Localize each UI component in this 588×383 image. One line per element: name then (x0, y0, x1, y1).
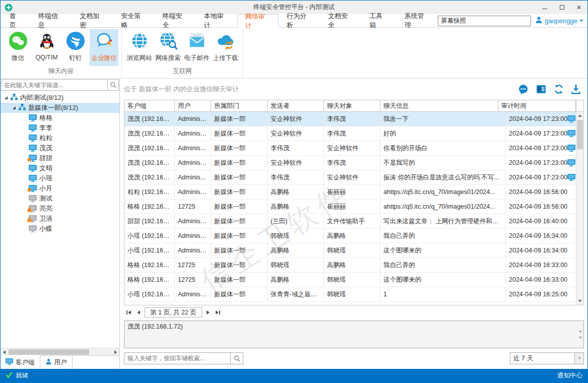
scroll-down-icon[interactable] (576, 297, 583, 305)
tab-clients[interactable]: 客户端 (1, 355, 40, 369)
tab-doc-security[interactable]: 文档安全 (320, 14, 361, 27)
col-message[interactable]: 聊天信息 (380, 100, 498, 111)
tree-item-client[interactable]: 亮亮 (1, 204, 119, 214)
tree-item-client[interactable]: 格格 (1, 113, 119, 123)
tree-item-client[interactable]: 测试 (1, 194, 119, 204)
table-vertical-scrollbar[interactable] (576, 112, 583, 305)
detail-panel: 茂茂 (192.168.1.72) (124, 321, 584, 348)
tab-local-audit[interactable]: 本地审计 (196, 14, 237, 27)
tab-home[interactable]: 首页 (2, 14, 30, 27)
table-row[interactable]: 茂茂 (192.168.1...Administra...新媒体一部安企神软件李… (124, 112, 583, 126)
table-row[interactable]: 格格 (192.168.1...12725新媒体一部韩晓瑶高鹏格我自己弄的202… (124, 258, 583, 273)
date-range-select[interactable]: 近 7 天 (510, 352, 584, 364)
list-panel-icon[interactable] (536, 84, 546, 94)
tree-item-client[interactable]: 小蝶 (1, 224, 119, 234)
tree-item-client[interactable]: 小月 (1, 183, 119, 194)
email-button[interactable]: 电子邮件 (182, 29, 211, 66)
table-row[interactable]: 茂茂 (192.168.1...Administra...新媒体一部安企神软件李… (124, 156, 583, 170)
col-dept[interactable]: 所属部门 (211, 100, 268, 111)
screen-record-icon[interactable] (567, 115, 575, 122)
scroll-down-icon[interactable] (579, 339, 582, 346)
table-row[interactable]: 甜甜 (192.168.1...Administra...新媒体一部 (兰田)文… (124, 214, 583, 229)
first-page-button[interactable] (124, 308, 134, 317)
col-user[interactable]: 用户 (175, 100, 211, 111)
scroll-left-icon[interactable] (1, 348, 8, 356)
table-row[interactable]: 小瑶 (192.168.1...Administra...新媒体一部韩晓瑶高鹏格… (124, 229, 583, 243)
keyword-search-input[interactable] (124, 352, 231, 364)
window-title: 终端安全管控平台 - 内部测试 (1, 3, 587, 12)
cell-target: 李伟茂 (324, 126, 380, 141)
tab-terminal-security[interactable]: 终端安全 (154, 14, 195, 27)
wecom-button[interactable]: 企业微信 (90, 29, 118, 66)
tree-filter-input[interactable] (1, 79, 107, 91)
user-menu[interactable]: gaopengge (535, 16, 583, 26)
last-page-button[interactable] (213, 308, 223, 317)
next-page-button[interactable] (204, 308, 213, 317)
scrollbar-thumb[interactable] (9, 349, 89, 355)
table-row[interactable]: 茂茂 (192.168.1...Administra...新媒体一部李伟茂安企神… (124, 141, 583, 156)
scroll-up-icon[interactable] (579, 323, 582, 330)
tree-item-client[interactable]: 茂茂 (1, 143, 119, 153)
cell-time: 2024-04-09 17:23:00 (506, 141, 583, 155)
tree-item-dept[interactable]: 新媒体一部(8/12) (1, 103, 119, 113)
ribbon-button-label: 浏览网站 (127, 54, 152, 62)
table-row[interactable]: 小瑶 (192.168.1...Administra...新媒体一部张青青-域之… (124, 287, 583, 302)
browse-web-button[interactable]: 浏览网站 (125, 29, 154, 66)
tab-doc-encrypt[interactable]: 文档加密 (72, 14, 113, 27)
tab-toolbox[interactable]: 工具箱 (361, 14, 397, 27)
tree-item-root[interactable]: 内部测试(8/12) (1, 93, 119, 103)
tree-item-client[interactable]: 小瑶 (1, 173, 119, 183)
qq-tim-button[interactable]: QQ/TIM (32, 29, 61, 66)
expand-arrow-icon[interactable] (12, 106, 16, 110)
sidebar-horizontal-scrollbar[interactable] (1, 348, 119, 355)
upload-download-button[interactable]: 上传下载 (211, 29, 240, 66)
keyword-search-button[interactable] (231, 352, 243, 364)
tab-users[interactable]: 用户 (40, 356, 73, 369)
close-button[interactable]: ✕ (570, 1, 587, 14)
dingtalk-button[interactable]: 钉钉 (61, 29, 90, 66)
tab-security-policy[interactable]: 安全策略 (113, 14, 154, 27)
screen-record-icon[interactable] (567, 174, 575, 181)
tab-system-manage[interactable]: 系统管理 (397, 14, 438, 27)
client-name: 小月 (39, 184, 52, 193)
tree-item-client[interactable]: 甜甜 (1, 153, 119, 163)
col-target[interactable]: 聊天对象 (324, 100, 380, 111)
web-search-button[interactable]: 网络搜索 (154, 29, 182, 66)
scroll-right-icon[interactable] (112, 348, 119, 356)
col-time[interactable]: 审计时间 (498, 100, 576, 111)
scrollbar-thumb[interactable] (577, 120, 583, 149)
col-client[interactable]: 客户端 (124, 100, 175, 111)
expand-arrow-icon[interactable] (4, 96, 8, 100)
download-icon[interactable] (571, 84, 580, 94)
table-row[interactable]: 格格 (192.168.1...12725新媒体一部高鹏格崔丽丽ahttps:/… (124, 200, 583, 214)
wechat-button[interactable]: 微信 (4, 29, 32, 66)
tree-item-client[interactable]: 文晴 (1, 163, 119, 173)
screen-record-icon[interactable] (567, 130, 575, 137)
tab-behavior-analysis[interactable]: 行为分析 (279, 14, 320, 27)
global-search-input[interactable] (438, 16, 531, 26)
tree-item-client[interactable]: 卫清 (1, 214, 119, 224)
tab-terminal-info[interactable]: 终端信息 (30, 14, 72, 27)
chat-bubble-icon[interactable] (518, 84, 529, 95)
tree-filter-search-button[interactable] (107, 79, 119, 91)
scroll-up-icon[interactable] (576, 112, 583, 119)
maximize-button[interactable] (553, 1, 570, 14)
table-row[interactable]: 粒粒 (192.168.1...Administra...新媒体一部高鹏格崔丽丽… (124, 185, 583, 200)
table-row[interactable]: 小瑶 (192.168.1...Administra...新媒体一部高鹏格韩晓瑶… (124, 243, 583, 258)
pagination-bar: 第 1 页, 共 22 页 (124, 307, 587, 317)
tab-network-audit[interactable]: 网络审计 (237, 14, 279, 28)
refresh-icon[interactable] (554, 84, 564, 94)
table-row[interactable]: 格格 (192.168.1...12725新媒体一部高鹏格韩晓瑶这个图哪来的20… (124, 273, 583, 287)
tree-item-client[interactable]: 李李 (1, 123, 119, 133)
tree-item-client[interactable]: 粒粒 (1, 133, 119, 143)
notification-center-link[interactable]: 通知中心 (557, 371, 582, 380)
col-sender[interactable]: 发送者 (268, 100, 324, 111)
minimize-button[interactable] (536, 1, 553, 14)
table-row[interactable]: 茂茂 (192.168.1...Administra...新媒体一部李伟茂安企神… (124, 170, 583, 185)
prev-page-button[interactable] (134, 308, 143, 317)
screen-record-icon[interactable] (567, 159, 575, 166)
table-row[interactable]: 茂茂 (192.168.1...Administra...新媒体一部安企神软件李… (124, 126, 583, 141)
screen-record-icon[interactable] (567, 145, 575, 152)
cell-target: 李伟茂 (324, 112, 380, 126)
cell-time: 2024-04-09 16:34:00 (506, 243, 583, 258)
